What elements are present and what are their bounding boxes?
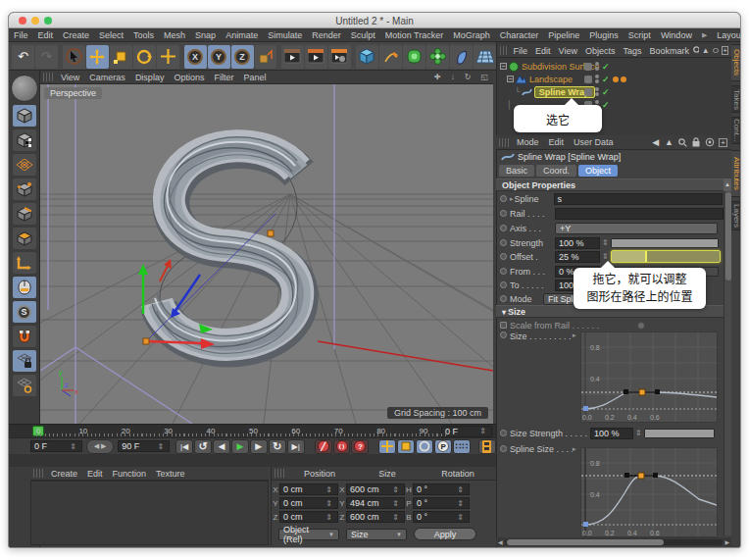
anim-dot-icon[interactable]: [500, 331, 507, 338]
slider-handle[interactable]: [645, 251, 647, 262]
scale-tool-button[interactable]: [110, 45, 132, 69]
key-rotation-button[interactable]: [416, 439, 433, 454]
rotation-h-field[interactable]: 0 °⇕: [413, 484, 470, 495]
collapse-icon[interactable]: −: [507, 76, 514, 82]
menu-item[interactable]: Script: [624, 30, 656, 40]
menu-item[interactable]: Tools: [128, 30, 159, 40]
visibility-dots[interactable]: [595, 62, 599, 71]
layer-swatch[interactable]: [584, 88, 592, 96]
tab-attributes[interactable]: Attributes: [731, 150, 741, 197]
menu-item[interactable]: View: [555, 46, 581, 56]
anim-dot-icon[interactable]: [500, 430, 507, 436]
redo-button[interactable]: ↷: [35, 45, 58, 69]
scroll-right-icon[interactable]: ▶: [724, 538, 729, 545]
texture-mode-button[interactable]: [13, 129, 36, 151]
position-z-field[interactable]: 0 cm⇕: [279, 511, 338, 523]
render-settings-button[interactable]: [328, 45, 351, 69]
anim-dot-icon[interactable]: [500, 268, 507, 275]
menu-item[interactable]: Bookmark: [645, 46, 693, 56]
tree-row-subdivision-surface[interactable]: − Subdivision Surface ✓: [500, 60, 729, 73]
visibility-dots[interactable]: [595, 75, 599, 83]
enabled-check-icon[interactable]: ✓: [602, 87, 610, 97]
rotation-b-field[interactable]: 0 °⇕: [413, 511, 470, 523]
menu-item[interactable]: Function: [108, 469, 152, 479]
menu-item[interactable]: Select: [94, 30, 128, 40]
tab-layers[interactable]: Layers: [731, 201, 741, 230]
menu-item[interactable]: Motion Tracker: [380, 30, 449, 40]
add-floor-button[interactable]: [474, 45, 496, 69]
expand-icon[interactable]: ▸: [510, 195, 514, 203]
menu-item[interactable]: Animate: [221, 30, 263, 40]
previous-frame-button[interactable]: ◀: [213, 439, 230, 454]
record-keyframe-button[interactable]: ╱: [315, 439, 332, 454]
camera-rotate-icon[interactable]: ↻: [460, 73, 476, 81]
panel-grip[interactable]: [275, 469, 284, 478]
scroll-thumb[interactable]: [507, 539, 664, 545]
enabled-check-icon[interactable]: ✓: [602, 75, 610, 84]
tab-coord[interactable]: Coord.: [536, 165, 576, 177]
menu-item[interactable]: Plugins: [584, 30, 624, 40]
menu-item[interactable]: Edit: [82, 469, 108, 479]
range-end-field[interactable]: 90 F⇕: [118, 440, 170, 452]
uv-mode-button[interactable]: [13, 154, 36, 176]
stepper-icon[interactable]: ⇕: [602, 238, 609, 247]
points-mode-button[interactable]: [13, 178, 36, 200]
panel-grip[interactable]: [499, 138, 509, 147]
rotation-p-field[interactable]: 0 °⇕: [413, 497, 470, 509]
menu-item[interactable]: Render: [307, 30, 346, 40]
enable-axis-button[interactable]: [13, 252, 36, 274]
toggle-dot[interactable]: [637, 322, 645, 330]
size-curve-graph[interactable]: 0.8 0.4 0.0 0.2 0.4 0.6: [580, 331, 718, 423]
live-selection-button[interactable]: [63, 45, 85, 69]
material-list-area[interactable]: [30, 481, 269, 545]
menu-item[interactable]: Mesh: [159, 30, 190, 40]
enabled-check-icon[interactable]: ✓: [602, 100, 610, 110]
play-button[interactable]: ▶: [231, 439, 249, 454]
panel-grip[interactable]: [33, 469, 43, 478]
size-strength-field[interactable]: 100 %: [590, 428, 633, 439]
goto-start-button[interactable]: |◀: [175, 439, 193, 454]
history-back-icon[interactable]: ◀: [652, 137, 659, 147]
keyframe-selection-button[interactable]: ?: [351, 439, 369, 454]
key-scale-button[interactable]: [397, 439, 415, 454]
anim-dot-icon[interactable]: [500, 239, 507, 246]
title-bar[interactable]: Untitled 2 * - Main: [9, 13, 740, 28]
expand-icon[interactable]: ▸: [573, 331, 576, 339]
menu-item[interactable]: Create: [58, 30, 94, 40]
viewport-solo-button[interactable]: [13, 277, 36, 298]
target-icon[interactable]: [705, 137, 715, 147]
menu-item[interactable]: Texture: [151, 469, 190, 479]
add-array-button[interactable]: [426, 45, 449, 69]
magnet-snap-button[interactable]: [13, 326, 36, 347]
view-toggle-icon[interactable]: ◱: [475, 73, 493, 81]
menu-item[interactable]: Edit: [531, 46, 555, 56]
search-icon[interactable]: [678, 138, 687, 147]
layer-swatch[interactable]: [584, 63, 592, 71]
render-picture-viewer-button[interactable]: [305, 45, 327, 69]
scroll-up-icon[interactable]: ▲: [724, 178, 731, 191]
menu-item[interactable]: Window: [656, 30, 697, 40]
camera-dolly-icon[interactable]: ↓: [446, 73, 460, 81]
up-arrow-icon[interactable]: ▲: [702, 46, 710, 55]
plus-box-icon[interactable]: +: [722, 46, 728, 55]
menu-item[interactable]: Panel: [238, 73, 271, 82]
key-parameter-button[interactable]: P: [434, 439, 452, 454]
size-z-field[interactable]: 600 cm⇕: [346, 511, 405, 523]
anim-dot-icon[interactable]: [500, 225, 507, 231]
size-strength-slider[interactable]: [644, 429, 715, 438]
anim-dot-icon[interactable]: [500, 295, 507, 302]
next-frame-button[interactable]: ▶: [250, 439, 268, 454]
rotate-tool-button[interactable]: [133, 45, 156, 69]
tab-content[interactable]: Cont...: [731, 117, 741, 144]
scroll-left-icon[interactable]: ◀: [498, 538, 503, 545]
viewport-canvas[interactable]: y z x Perspective Grid Spacing : 100 cm: [40, 84, 493, 424]
goto-end-button[interactable]: ▶|: [287, 439, 305, 454]
search-icon[interactable]: [693, 46, 699, 55]
menu-item[interactable]: Edit: [544, 137, 570, 147]
menu-item[interactable]: File: [510, 46, 532, 56]
stepper-icon[interactable]: ⇕: [635, 429, 642, 437]
offset-slider-active[interactable]: [611, 250, 721, 263]
coord-mode-dropdown[interactable]: Object (Rel)▼: [278, 529, 339, 540]
checkbox-icon[interactable]: [500, 322, 507, 329]
stepper-icon[interactable]: ⇕: [602, 252, 609, 261]
